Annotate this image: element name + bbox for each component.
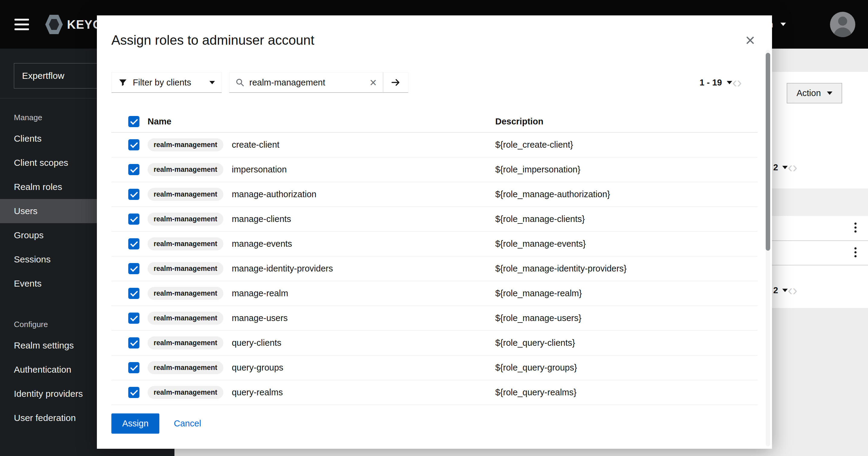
select-all-checkbox[interactable] bbox=[128, 116, 140, 127]
row-description: ${role_manage-authorization} bbox=[495, 189, 757, 199]
table-row: realm-management query-clients ${role_qu… bbox=[112, 331, 757, 355]
row-description: ${role_query-realms} bbox=[495, 388, 757, 397]
row-client-badge: realm-management bbox=[148, 262, 223, 275]
row-role-name: manage-users bbox=[232, 313, 288, 323]
previous-page-icon[interactable]: ‹ bbox=[732, 75, 737, 90]
row-client-badge: realm-management bbox=[148, 386, 223, 399]
avatar[interactable] bbox=[830, 12, 855, 37]
next-page-icon[interactable]: › bbox=[793, 160, 797, 175]
action-button-label: Action bbox=[797, 88, 821, 98]
table-row: realm-management manage-realm ${role_man… bbox=[112, 281, 757, 306]
row-description: ${role_create-client} bbox=[495, 140, 757, 150]
chevron-down-icon bbox=[827, 91, 832, 95]
row-role-name: create-client bbox=[232, 140, 279, 150]
filter-label: Filter by clients bbox=[133, 78, 191, 88]
table-row: realm-management manage-authorization ${… bbox=[112, 182, 757, 207]
keycloak-logo-icon bbox=[45, 15, 63, 34]
chevron-down-icon bbox=[210, 81, 215, 84]
realm-name: Expertflow bbox=[22, 71, 64, 81]
close-icon[interactable]: × bbox=[745, 32, 755, 49]
row-role-name: manage-identity-providers bbox=[232, 264, 333, 274]
row-checkbox[interactable] bbox=[128, 263, 140, 274]
modal-title: Assign roles to adminuser account bbox=[97, 16, 772, 48]
modal-scrollbar[interactable] bbox=[766, 50, 770, 446]
next-page-icon[interactable]: › bbox=[793, 283, 797, 297]
column-header-name: Name bbox=[148, 117, 495, 126]
chevron-down-icon bbox=[782, 166, 788, 169]
row-checkbox[interactable] bbox=[128, 213, 140, 225]
row-client-badge: realm-management bbox=[148, 212, 223, 226]
pagination-range[interactable]: 1 - 19 bbox=[700, 78, 722, 88]
row-client-badge: realm-management bbox=[148, 361, 223, 374]
roles-table-header: Name Description bbox=[112, 111, 757, 133]
row-description: ${role_manage-users} bbox=[495, 313, 757, 323]
filter-icon bbox=[118, 78, 127, 87]
chevron-down-icon bbox=[782, 289, 788, 292]
table-row: realm-management manage-clients ${role_m… bbox=[112, 207, 757, 232]
search-box: × bbox=[229, 72, 383, 93]
roles-table-body: realm-management create-client ${role_cr… bbox=[112, 133, 757, 405]
row-description: ${role_impersonation} bbox=[495, 165, 757, 175]
row-checkbox[interactable] bbox=[128, 387, 140, 398]
cancel-button[interactable]: Cancel bbox=[174, 419, 201, 429]
chevron-down-icon bbox=[727, 81, 732, 84]
column-header-description: Description bbox=[495, 117, 757, 126]
row-role-name: manage-authorization bbox=[232, 189, 317, 199]
row-description: ${role_query-clients} bbox=[495, 338, 757, 348]
kebab-menu-icon[interactable] bbox=[855, 247, 858, 257]
scrollbar-thumb[interactable] bbox=[766, 53, 770, 251]
assign-button[interactable]: Assign bbox=[112, 414, 159, 434]
chevron-down-icon bbox=[780, 23, 786, 26]
row-description: ${role_manage-events} bbox=[495, 239, 757, 249]
table-row: realm-management manage-identity-provide… bbox=[112, 256, 757, 281]
search-icon bbox=[236, 78, 245, 87]
modal-pagination: 1 - 19 ‹ › bbox=[700, 75, 742, 90]
previous-page-icon[interactable]: ‹ bbox=[788, 283, 793, 297]
clear-search-icon[interactable]: × bbox=[370, 77, 377, 88]
row-checkbox[interactable] bbox=[128, 238, 140, 250]
table-row: realm-management impersonation ${role_im… bbox=[112, 157, 757, 182]
action-dropdown-button[interactable]: Action bbox=[787, 83, 842, 103]
row-client-badge: realm-management bbox=[148, 336, 223, 349]
modal-footer: Assign Cancel bbox=[112, 414, 201, 434]
row-role-name: query-groups bbox=[232, 363, 283, 373]
row-checkbox[interactable] bbox=[128, 337, 140, 348]
table-row: realm-management manage-events ${role_ma… bbox=[112, 232, 757, 256]
row-client-badge: realm-management bbox=[148, 312, 223, 325]
table-row: realm-management query-groups ${role_que… bbox=[112, 355, 757, 380]
previous-page-icon[interactable]: ‹ bbox=[788, 160, 793, 175]
kebab-menu-icon[interactable] bbox=[855, 223, 858, 232]
row-role-name: manage-events bbox=[232, 239, 292, 249]
roles-table: Name Description realm-management create… bbox=[112, 111, 757, 405]
search-submit-button[interactable] bbox=[383, 72, 408, 93]
avatar-person-icon bbox=[838, 17, 847, 26]
row-role-name: query-realms bbox=[232, 388, 283, 397]
search-input[interactable] bbox=[249, 78, 365, 88]
assign-roles-modal: Assign roles to adminuser account × Filt… bbox=[97, 16, 772, 449]
row-role-name: manage-clients bbox=[232, 214, 291, 224]
row-checkbox[interactable] bbox=[128, 362, 140, 373]
row-checkbox[interactable] bbox=[128, 189, 140, 200]
row-client-badge: realm-management bbox=[148, 163, 223, 176]
row-client-badge: realm-management bbox=[148, 188, 223, 201]
table-row: realm-management query-realms ${role_que… bbox=[112, 380, 757, 405]
row-role-name: query-clients bbox=[232, 338, 281, 348]
next-page-icon[interactable]: › bbox=[737, 75, 742, 90]
row-role-name: impersonation bbox=[232, 165, 287, 175]
row-description: ${role_manage-realm} bbox=[495, 288, 757, 298]
arrow-right-icon bbox=[391, 77, 401, 88]
menu-toggle-icon[interactable] bbox=[14, 19, 29, 30]
row-checkbox[interactable] bbox=[128, 139, 140, 150]
row-description: ${role_manage-clients} bbox=[495, 214, 757, 224]
row-description: ${role_manage-identity-providers} bbox=[495, 264, 757, 274]
row-checkbox[interactable] bbox=[128, 164, 140, 175]
row-checkbox[interactable] bbox=[128, 313, 140, 324]
filter-by-clients-dropdown[interactable]: Filter by clients bbox=[112, 72, 222, 93]
table-row: realm-management manage-users ${role_man… bbox=[112, 306, 757, 331]
search-group: × bbox=[229, 72, 408, 93]
row-checkbox[interactable] bbox=[128, 288, 140, 299]
row-role-name: manage-realm bbox=[232, 288, 288, 298]
row-client-badge: realm-management bbox=[148, 237, 223, 250]
row-description: ${role_query-groups} bbox=[495, 363, 757, 373]
row-client-badge: realm-management bbox=[148, 138, 223, 151]
